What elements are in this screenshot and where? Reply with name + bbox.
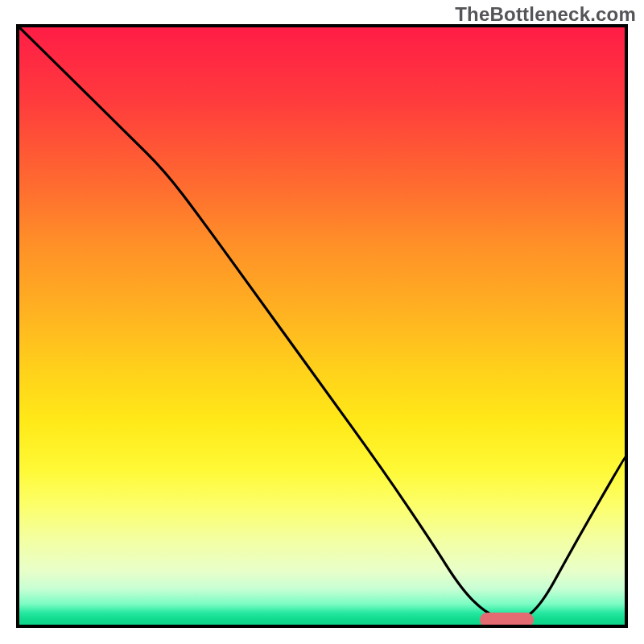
- bottleneck-curve: [19, 27, 625, 625]
- optimal-range-marker: [480, 613, 535, 627]
- watermark-text: TheBottleneck.com: [455, 3, 636, 26]
- plot-area: [16, 24, 628, 628]
- chart-frame: TheBottleneck.com: [0, 0, 644, 644]
